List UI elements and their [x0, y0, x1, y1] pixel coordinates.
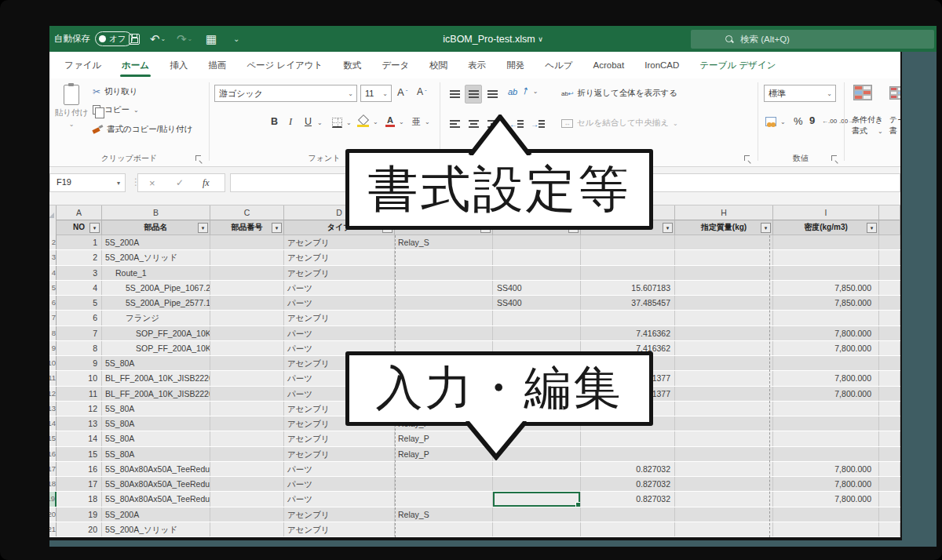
format-as-table-label1[interactable]: テー: [889, 115, 900, 125]
cell-density[interactable]: [773, 235, 879, 249]
cell-extra[interactable]: [879, 341, 900, 355]
row-header-14[interactable]: 14: [49, 416, 57, 431]
cell-relay[interactable]: [395, 296, 493, 310]
cell-relay[interactable]: [395, 522, 493, 536]
cell-extra[interactable]: [879, 522, 900, 536]
cell-specified-mass[interactable]: [675, 507, 773, 522]
cell-type[interactable]: パーツ: [284, 492, 395, 506]
cell-no[interactable]: 15: [57, 447, 102, 461]
cell-no[interactable]: 14: [57, 431, 102, 445]
cell-part-number[interactable]: [210, 250, 284, 264]
conditional-formatting-button[interactable]: [853, 85, 872, 100]
cell-specified-mass[interactable]: [675, 311, 773, 325]
cell-no[interactable]: 12: [57, 402, 102, 416]
filter-dropdown-icon[interactable]: ▾: [867, 223, 877, 233]
cell-density[interactable]: [773, 431, 879, 445]
cell-part-name[interactable]: SOP_FF_200A_10K_JISB2220: [102, 341, 210, 355]
column-letter-blank[interactable]: [879, 205, 900, 220]
cell-density[interactable]: 7,800.000: [773, 477, 879, 491]
row-header-10[interactable]: 10: [49, 356, 57, 370]
font-color-button[interactable]: A⌄: [385, 116, 404, 127]
tab-ページ レイアウト[interactable]: ページ レイアウト: [236, 52, 333, 78]
row-header-7[interactable]: 7: [49, 311, 57, 325]
column-header-部品番号[interactable]: 部品番号▾: [210, 220, 284, 235]
cell-part-number[interactable]: [210, 507, 284, 522]
tab-開発[interactable]: 開発: [496, 52, 535, 78]
tab-数式[interactable]: 数式: [333, 52, 371, 78]
italic-button[interactable]: I: [289, 116, 292, 128]
cell-extra[interactable]: [879, 296, 900, 310]
accounting-format-button[interactable]: ⌄: [765, 117, 786, 126]
cell-type[interactable]: アセンブリ: [284, 507, 395, 522]
borders-button[interactable]: ⌄: [332, 118, 352, 128]
cell-no[interactable]: 4: [57, 281, 102, 295]
row-header-21[interactable]: 21: [49, 522, 57, 536]
cell-material[interactable]: [493, 311, 581, 325]
column-letter-H[interactable]: H: [675, 205, 773, 220]
cell-part-number[interactable]: [210, 431, 284, 445]
cell-mass[interactable]: [581, 250, 675, 264]
cell-part-name[interactable]: 5S_80A: [102, 402, 210, 416]
search-box[interactable]: 検索 (Alt+Q): [691, 30, 934, 49]
tab-ホーム[interactable]: ホーム: [111, 52, 159, 78]
cell-specified-mass[interactable]: [675, 371, 773, 385]
cell-part-number[interactable]: [210, 311, 284, 325]
cell-no[interactable]: 17: [57, 477, 102, 491]
cell-relay[interactable]: [395, 266, 493, 280]
cell-specified-mass[interactable]: [675, 387, 773, 401]
cell-specified-mass[interactable]: [675, 492, 773, 506]
conditional-formatting-label2[interactable]: 書式 ⌄: [845, 125, 889, 136]
cell-extra[interactable]: [879, 477, 900, 491]
cell-relay[interactable]: [395, 250, 493, 264]
cell-no[interactable]: 13: [57, 416, 102, 431]
column-header-部品名[interactable]: 部品名▾: [102, 220, 210, 235]
cell-density[interactable]: [773, 507, 879, 522]
cell-specified-mass[interactable]: [675, 522, 773, 536]
cell-density[interactable]: 7,800.000: [773, 371, 879, 385]
underline-button[interactable]: U: [305, 116, 312, 127]
cell-relay[interactable]: [395, 311, 493, 325]
cell-extra[interactable]: [879, 250, 900, 264]
cell-extra[interactable]: [879, 507, 900, 522]
cell-specified-mass[interactable]: [675, 462, 773, 476]
increase-decimal-button[interactable]: ←.00: [822, 118, 837, 125]
cell-mass[interactable]: [581, 522, 675, 536]
cell-type[interactable]: パーツ: [284, 477, 395, 491]
row-header-12[interactable]: 12: [49, 387, 57, 401]
cell-material[interactable]: [493, 477, 581, 491]
cell-no[interactable]: 18: [57, 492, 102, 506]
cell-part-name[interactable]: 5S_80A: [102, 447, 210, 461]
column-letter-I[interactable]: I: [773, 205, 879, 220]
cell-no[interactable]: 3: [57, 266, 102, 280]
cell-part-name[interactable]: 5S_80Ax80Ax50A_TeeReducer: [102, 477, 210, 491]
filter-dropdown-icon[interactable]: ▾: [761, 223, 771, 233]
cell-extra[interactable]: [879, 266, 900, 280]
cell-specified-mass[interactable]: [675, 250, 773, 264]
cut-button[interactable]: ✂ 切り取り: [93, 86, 138, 97]
cell-part-number[interactable]: [210, 281, 284, 295]
cell-extra[interactable]: [879, 326, 900, 340]
shrink-font-button[interactable]: Aˇ: [417, 86, 427, 97]
tab-データ[interactable]: データ: [371, 52, 419, 78]
cell-no[interactable]: 1: [57, 235, 102, 249]
cell-mass[interactable]: 37.485457: [581, 296, 675, 310]
column-header-密度(kg/m3)[interactable]: 密度(kg/m3)▾: [773, 220, 879, 235]
filter-dropdown-icon[interactable]: ▾: [198, 223, 208, 233]
row-header-6[interactable]: 6: [49, 296, 57, 310]
cell-mass[interactable]: [581, 447, 675, 461]
percent-style-button[interactable]: %: [794, 115, 803, 127]
row-header-5[interactable]: 5: [49, 281, 57, 295]
cell-no[interactable]: 19: [57, 507, 102, 522]
cell-part-name[interactable]: 5S_80Ax80Ax50A_TeeReducer: [102, 492, 210, 506]
cell-mass[interactable]: 15.607183: [581, 281, 675, 295]
cell-extra[interactable]: [879, 492, 900, 506]
cell-density[interactable]: 7,850.000: [773, 296, 879, 310]
tab-描画[interactable]: 描画: [198, 52, 236, 78]
cell-type[interactable]: パーツ: [284, 462, 395, 476]
cell-density[interactable]: [773, 356, 879, 370]
number-format-combobox[interactable]: 標準⌄: [764, 85, 836, 102]
column-letter-C[interactable]: C: [210, 205, 284, 220]
cell-no[interactable]: 8: [57, 341, 102, 355]
name-box[interactable]: F19 ▾: [49, 173, 126, 192]
column-header-指定質量(kg)[interactable]: 指定質量(kg)▾: [675, 220, 773, 235]
